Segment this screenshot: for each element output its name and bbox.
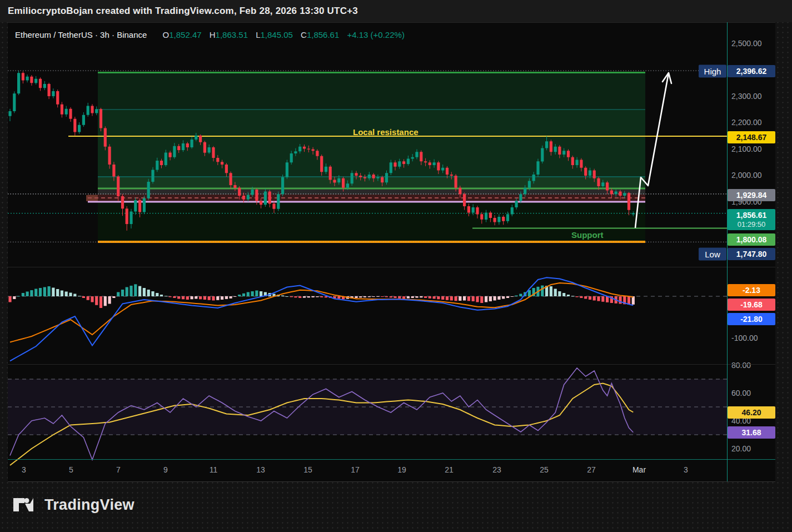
tradingview-logo-icon	[12, 494, 37, 516]
time-tick: 3	[22, 465, 26, 474]
price-tick: 2,000.00	[731, 171, 762, 180]
time-tick: 7	[116, 465, 121, 474]
rsi-tick: 20.00	[731, 444, 751, 453]
close-value: 1,856.61	[307, 30, 339, 39]
tradingview-logo[interactable]: TradingView	[12, 494, 135, 516]
price-tick: 2,300.00	[731, 92, 762, 101]
time-tick: 23	[492, 465, 501, 474]
time-tick: 11	[210, 465, 218, 474]
rsi-badge: 46.20	[728, 406, 775, 419]
pane-separator-macd[interactable]	[8, 267, 775, 267]
price-badge: 2,148.67	[728, 131, 775, 143]
time-tick: 15	[303, 465, 312, 474]
change-value: +4.13 (+0.22%)	[347, 30, 404, 39]
price-side-label: High	[699, 65, 726, 78]
high-label: H	[210, 30, 216, 39]
time-tick: 21	[445, 465, 454, 474]
high-value: 1,863.51	[216, 30, 248, 39]
price-axis-border	[727, 22, 728, 481]
chart-bottom-border	[8, 481, 775, 482]
time-tick: 9	[163, 465, 168, 474]
time-tick: 3	[684, 465, 688, 474]
tradingview-logo-text: TradingView	[44, 496, 135, 514]
macd-tick: -100.00	[731, 334, 758, 342]
price-chart-canvas[interactable]	[0, 0, 792, 532]
time-tick: 13	[256, 465, 265, 474]
tradingview-screenshot: { "watermark": "EmiliocryptoBojan create…	[0, 0, 792, 532]
rsi-tick: 60.00	[731, 389, 751, 397]
close-label: C	[301, 30, 307, 39]
support-label[interactable]: Support	[571, 230, 604, 240]
low-value: 1,845.05	[261, 30, 293, 39]
price-tick: 2,100.00	[731, 145, 762, 153]
pane-separator-rsi[interactable]	[8, 364, 775, 365]
price-side-label: Low	[699, 248, 726, 261]
macd-badge: -2.13	[728, 284, 775, 296]
pane-separator-top	[8, 22, 775, 23]
symbol-header[interactable]: Ethereum / TetherUS · 3h · Binance O1,85…	[15, 30, 405, 39]
macd-badge: -21.80	[728, 313, 775, 325]
price-badge: 1,800.08	[728, 233, 775, 246]
time-tick: 5	[69, 465, 73, 474]
price-badge: 2,396.62	[728, 65, 775, 77]
macd-badge: -19.68	[728, 299, 775, 311]
symbol-title[interactable]: Ethereum / TetherUS · 3h · Binance	[15, 30, 147, 39]
rsi-tick: 80.00	[731, 361, 751, 370]
time-tick: 25	[540, 465, 549, 474]
time-tick: 19	[397, 465, 406, 474]
price-badge: 1,856.6101:29:50	[728, 209, 775, 230]
open-value: 1,852.47	[169, 30, 201, 39]
open-label: O	[163, 30, 170, 39]
countdown-timer: 01:29:50	[728, 220, 775, 228]
local-resistance-label[interactable]: Local resistance	[353, 127, 419, 137]
price-badge: 1,929.84	[728, 189, 775, 201]
time-tick: Mar	[632, 465, 646, 474]
time-axis-border	[8, 459, 775, 460]
rsi-badge: 31.68	[728, 426, 775, 439]
price-tick: 2,200.00	[731, 118, 762, 127]
time-tick: 17	[351, 465, 360, 474]
low-label: L	[256, 30, 260, 39]
time-tick: 27	[587, 465, 596, 474]
price-tick: 2,500.00	[731, 39, 762, 48]
price-badge: 1,747.80	[728, 248, 775, 260]
